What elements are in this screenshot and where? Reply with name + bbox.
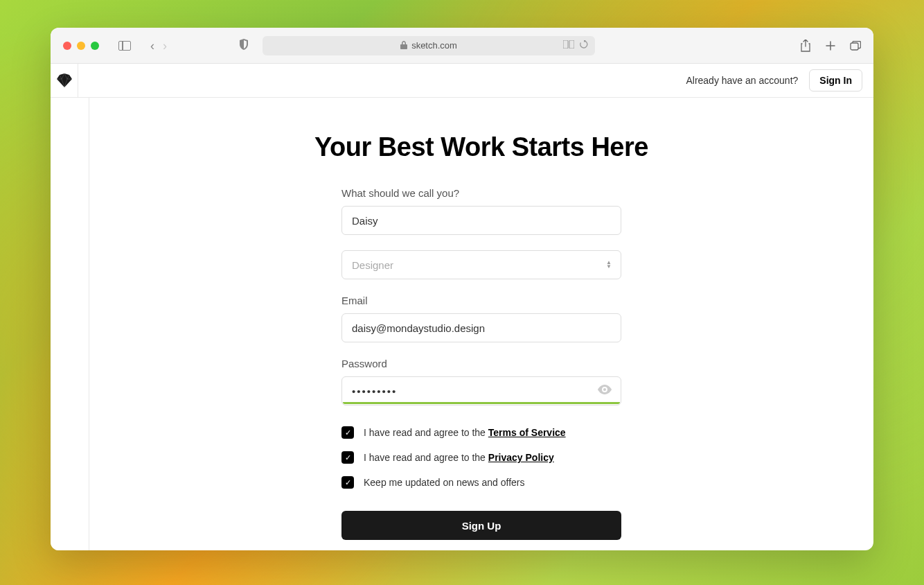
- main-content: Your Best Work Starts Here What should w…: [89, 98, 873, 550]
- traffic-lights: [63, 42, 99, 50]
- refresh-icon[interactable]: [580, 40, 588, 51]
- maximize-window-icon[interactable]: [91, 42, 99, 50]
- privacy-shield-icon[interactable]: [239, 39, 249, 52]
- signin-button[interactable]: Sign In: [809, 69, 862, 91]
- tos-checkbox-row: ✓ I have read and agree to the Terms of …: [341, 426, 621, 439]
- signup-form: What should we call you? Designer ▲▼ Ema…: [341, 187, 621, 540]
- password-input[interactable]: [341, 376, 621, 405]
- forward-button: ›: [163, 40, 167, 52]
- svg-rect-0: [563, 40, 568, 49]
- role-select[interactable]: Designer ▲▼: [341, 250, 621, 279]
- email-label: Email: [341, 295, 621, 306]
- privacy-checkbox-row: ✓ I have read and agree to the Privacy P…: [341, 451, 621, 464]
- sidebar-toggle-icon[interactable]: [118, 41, 131, 51]
- news-checkbox[interactable]: ✓: [341, 476, 354, 489]
- news-text: Keep me updated on news and offers: [364, 477, 524, 488]
- select-chevron-icon: ▲▼: [606, 261, 612, 268]
- new-tab-icon[interactable]: [825, 40, 836, 51]
- tos-text: I have read and agree to the Terms of Se…: [364, 427, 566, 438]
- show-password-icon[interactable]: [598, 385, 612, 397]
- share-icon[interactable]: [800, 40, 811, 51]
- browser-chrome: ‹ › sketch.com: [51, 28, 873, 64]
- name-input[interactable]: [341, 206, 621, 235]
- svg-rect-2: [851, 43, 858, 50]
- close-window-icon[interactable]: [63, 42, 71, 50]
- tabs-overview-icon[interactable]: [850, 40, 861, 51]
- tos-checkbox[interactable]: ✓: [341, 426, 354, 439]
- left-sidebar-strip: [51, 98, 89, 550]
- content-area: Your Best Work Starts Here What should w…: [51, 98, 873, 550]
- app-header: Already have an account? Sign In: [51, 64, 873, 98]
- minimize-window-icon[interactable]: [77, 42, 85, 50]
- news-checkbox-row: ✓ Keep me updated on news and offers: [341, 476, 621, 489]
- browser-window: ‹ › sketch.com: [51, 28, 873, 550]
- already-account-text: Already have an account?: [686, 75, 798, 86]
- svg-rect-1: [569, 40, 574, 49]
- reader-icon[interactable]: [563, 40, 574, 51]
- privacy-link[interactable]: Privacy Policy: [488, 452, 554, 463]
- tos-link[interactable]: Terms of Service: [488, 427, 566, 438]
- role-select-value: Designer: [341, 250, 621, 279]
- privacy-checkbox[interactable]: ✓: [341, 451, 354, 464]
- password-strength-indicator: [343, 402, 620, 404]
- page-title: Your Best Work Starts Here: [314, 132, 648, 162]
- url-bar[interactable]: sketch.com: [263, 36, 595, 55]
- url-text: sketch.com: [411, 40, 457, 51]
- nav-arrows: ‹ ›: [150, 40, 167, 52]
- back-button[interactable]: ‹: [150, 40, 154, 52]
- signup-button[interactable]: Sign Up: [341, 511, 621, 540]
- email-input[interactable]: [341, 313, 621, 342]
- lock-icon: [400, 41, 407, 51]
- sketch-logo[interactable]: [51, 64, 78, 98]
- password-label: Password: [341, 358, 621, 369]
- name-label: What should we call you?: [341, 187, 621, 199]
- privacy-text: I have read and agree to the Privacy Pol…: [364, 452, 554, 463]
